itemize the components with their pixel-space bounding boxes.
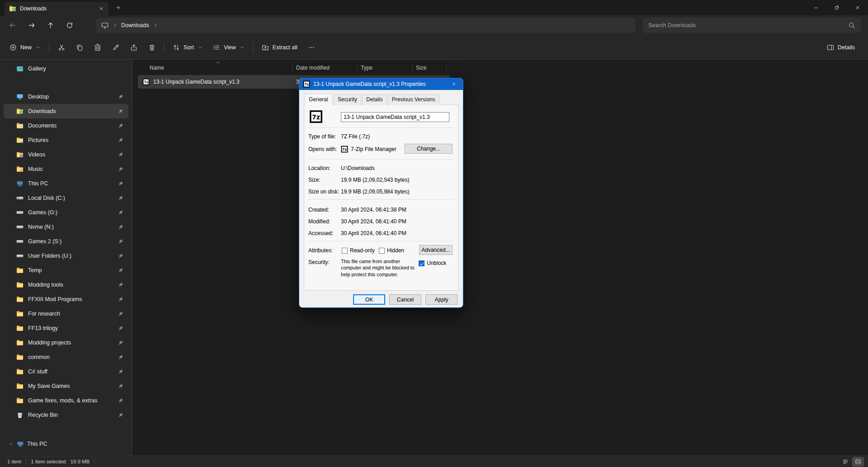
sidebar-item[interactable]: Recycle Bin (4, 408, 128, 422)
sidebar-item[interactable]: FFXIII Mod Programs (4, 292, 128, 307)
tab-security[interactable]: Security (334, 94, 361, 105)
pin-icon (118, 166, 124, 172)
minimize-button[interactable] (806, 0, 826, 15)
sidebar-item-gallery[interactable]: Gallery (4, 61, 128, 76)
column-separator[interactable] (292, 65, 292, 71)
sidebar-item-label: For research (28, 311, 60, 317)
sort-label: Sort (184, 44, 194, 51)
sidebar-item[interactable]: Videos (4, 147, 128, 162)
dialog-tabs: General Security Details Previous Versio… (304, 94, 440, 105)
chevron-right-icon[interactable] (112, 23, 118, 28)
cut-button[interactable] (52, 39, 71, 56)
tab-details[interactable]: Details (362, 94, 387, 105)
share-button[interactable] (125, 39, 143, 56)
sidebar-item[interactable]: Games (G:) (4, 205, 128, 220)
sidebar-item[interactable]: For research (4, 307, 128, 321)
explorer-tab-downloads[interactable]: Downloads (5, 2, 108, 15)
copy-button[interactable] (71, 39, 89, 56)
dialog-close-button[interactable] (445, 78, 463, 90)
tab-previous-versions[interactable]: Previous Versions (388, 94, 439, 105)
dialog-titlebar[interactable]: 7z 13-1 Unpack GameData script_v1.3 Prop… (299, 78, 463, 90)
unblock-checkbox[interactable] (419, 260, 425, 266)
up-button[interactable] (42, 17, 59, 33)
sidebar-item[interactable]: This PC (4, 176, 128, 191)
advanced-button[interactable]: Advanced... (419, 245, 453, 255)
separator (308, 199, 454, 200)
new-label: New (20, 44, 32, 51)
back-button[interactable] (5, 17, 21, 33)
sidebar-item[interactable]: Documents (4, 118, 128, 133)
hidden-option[interactable]: Hidden (379, 247, 404, 254)
search-box[interactable] (643, 18, 861, 33)
sidebar-item[interactable]: My Save Games (4, 379, 128, 393)
column-separator[interactable] (412, 65, 413, 71)
refresh-icon (66, 22, 73, 29)
file-name-input[interactable] (341, 112, 449, 122)
hidden-checkbox[interactable] (379, 248, 385, 254)
read-only-option[interactable]: Read-only (342, 247, 379, 254)
this-pc-icon[interactable] (101, 22, 108, 29)
list-view-toggle[interactable] (840, 458, 851, 466)
delete-button[interactable] (143, 39, 161, 56)
sidebar-item[interactable]: Desktop (4, 90, 128, 104)
maximize-button[interactable] (826, 0, 847, 15)
extract-all-button[interactable]: Extract all (257, 39, 302, 56)
view-button[interactable]: View (208, 39, 250, 56)
sidebar-item[interactable]: Nvme (N:) (4, 220, 128, 234)
new-tab-button[interactable] (112, 1, 125, 14)
sidebar-item[interactable]: Temp (4, 263, 128, 278)
ok-button[interactable]: OK (353, 294, 385, 305)
drive-icon (16, 209, 24, 216)
breadcrumb-downloads[interactable]: Downloads (121, 22, 149, 28)
sidebar-item[interactable]: Modding projects (4, 335, 128, 350)
close-button[interactable] (847, 0, 868, 15)
folder-icon (16, 339, 24, 346)
column-separator[interactable] (357, 65, 358, 71)
chevron-down-icon[interactable] (8, 441, 14, 447)
refresh-button[interactable] (61, 17, 78, 33)
sort-icon (173, 44, 180, 51)
forward-icon (28, 22, 35, 29)
column-separator[interactable] (446, 65, 447, 71)
sidebar-item[interactable]: Game fixes, mods, & extras (4, 393, 128, 408)
rename-button[interactable] (107, 39, 125, 56)
sidebar-item[interactable]: User Folders (U:) (4, 249, 128, 263)
sidebar-item-label: Games 2 (S:) (28, 238, 61, 245)
more-options-button[interactable] (302, 39, 321, 56)
sort-button[interactable]: Sort (168, 39, 208, 56)
sidebar-item[interactable]: Modding tools (4, 278, 128, 292)
sidebar-item[interactable]: Games 2 (S:) (4, 234, 128, 249)
cancel-button[interactable]: Cancel (389, 294, 421, 305)
sidebar-item[interactable]: Music (4, 162, 128, 176)
unblock-option[interactable]: Unblock (419, 260, 446, 266)
read-only-checkbox[interactable] (342, 248, 348, 254)
folder-icon (16, 267, 24, 274)
sidebar-item[interactable]: Local Disk (C:) (4, 191, 128, 205)
forward-button[interactable] (24, 17, 40, 33)
restore-icon (834, 5, 840, 10)
sidebar-item-this-pc-tree[interactable]: This PC (4, 437, 128, 451)
sidebar-item-label: Nvme (N:) (28, 224, 54, 230)
sidebar-item[interactable]: Downloads (4, 104, 128, 118)
apply-button[interactable]: Apply (425, 294, 458, 305)
details-view-toggle[interactable] (853, 458, 863, 466)
tab-general[interactable]: General (304, 94, 333, 105)
column-header-date-modified[interactable]: Date modified (296, 65, 330, 71)
sidebar-item[interactable]: common (4, 350, 128, 364)
tab-close-icon[interactable] (99, 6, 104, 11)
chevron-right-icon[interactable] (153, 23, 158, 28)
column-header-name[interactable]: Name (150, 65, 164, 71)
search-input[interactable] (648, 22, 848, 28)
column-header-size[interactable]: Size (416, 65, 426, 71)
size-on-disk-row: Size on disk: 19.9 MB (2,09,05,984 bytes… (308, 189, 454, 195)
sidebar-item-label: This PC (28, 180, 48, 187)
sidebar-item[interactable]: FF13 trilogy (4, 321, 128, 335)
change-button[interactable]: Change... (405, 144, 453, 154)
paste-button[interactable] (89, 39, 107, 56)
new-button[interactable]: New (5, 39, 46, 56)
sidebar-item[interactable]: C# stuff (4, 364, 128, 379)
column-header-type[interactable]: Type (361, 65, 373, 71)
details-pane-button[interactable]: Details (822, 39, 860, 56)
address-bar[interactable]: Downloads (96, 18, 636, 33)
sidebar-item[interactable]: Pictures (4, 133, 128, 147)
